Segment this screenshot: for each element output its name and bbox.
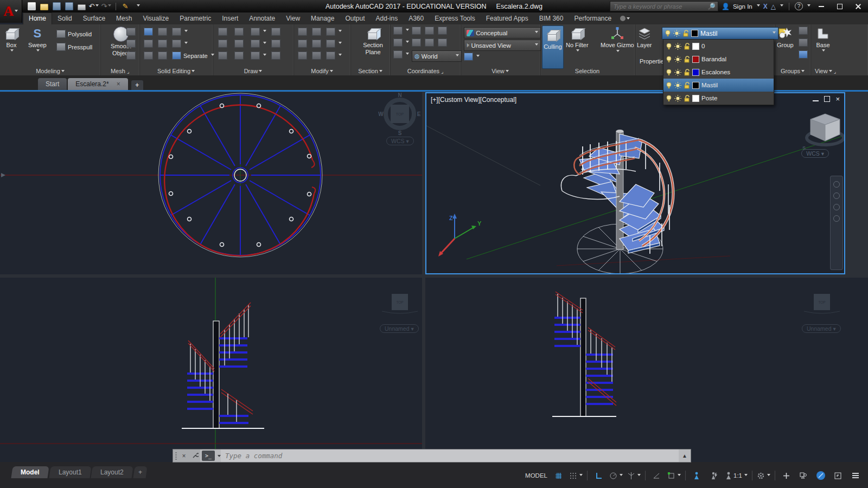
ribbon-tab-output[interactable]: Output [340, 13, 370, 24]
ribbon-tab-insert[interactable]: Insert [216, 13, 244, 24]
no-filter-button[interactable]: No Filter [566, 27, 589, 53]
viewport-controls-label[interactable]: [+][Custom View][Conceptual] [431, 96, 516, 104]
panel-label-modify[interactable]: Modify [293, 68, 350, 74]
customization-gear-button[interactable] [755, 468, 772, 483]
section-plane-button[interactable]: Section Plane [356, 27, 390, 55]
autoscale-annotation-toggle[interactable] [706, 468, 722, 483]
object-snap-tracking-toggle[interactable] [648, 468, 665, 483]
group-edit-button[interactable] [799, 27, 808, 35]
ribbon-tab-home[interactable]: Home [23, 12, 52, 24]
file-tab-start[interactable]: Start [38, 78, 67, 90]
ribbon-tab-performance[interactable]: Performance [569, 13, 617, 24]
ucs-icon-button[interactable] [393, 27, 409, 35]
copy-button[interactable] [326, 28, 342, 36]
new-drawing-tab-button[interactable]: + [131, 80, 143, 90]
point-button[interactable] [271, 40, 280, 48]
polar-tracking-toggle[interactable] [608, 468, 624, 483]
ribbon-tab-addins[interactable]: Add-ins [371, 13, 404, 24]
ucs-world-icon-button[interactable] [393, 50, 409, 59]
group-manager-button[interactable] [799, 38, 808, 47]
workspace-icon[interactable]: ✎ [120, 2, 131, 11]
3d-scale-button[interactable] [298, 52, 307, 60]
rectangle-button[interactable] [234, 52, 244, 60]
help-caret[interactable] [807, 4, 810, 8]
polyline-button[interactable] [218, 28, 227, 36]
layer-color-swatch[interactable] [692, 43, 699, 50]
restore-button[interactable] [832, 1, 847, 11]
layer-color-swatch[interactable] [692, 82, 699, 89]
solid-union-button[interactable] [144, 28, 153, 36]
panel-label-solid-editing[interactable]: Solid Editing [139, 68, 213, 74]
sun-icon[interactable] [674, 56, 681, 63]
viewport-restore-icon[interactable] [824, 96, 830, 102]
close-button[interactable] [851, 1, 866, 11]
new-layout-button[interactable]: + [133, 466, 148, 478]
bulb-on-icon[interactable] [666, 95, 672, 102]
panel-label-mesh[interactable]: Mesh ⌟ [100, 68, 139, 74]
object-snap-toggle[interactable] [666, 468, 682, 483]
named-view-combo[interactable]: ⊧ Unsaved View [464, 40, 541, 51]
snap-caret[interactable] [579, 474, 583, 478]
view-name-dropdown[interactable]: Unnamed ▾ [802, 324, 841, 333]
rotate-button[interactable] [312, 40, 321, 48]
panel-label-selection[interactable]: Selection [540, 68, 635, 74]
unlock-icon[interactable] [684, 69, 690, 76]
move-gizmo-button[interactable]: Move Gizmo [601, 27, 634, 54]
layer-row-poste[interactable]: Poste [663, 92, 774, 105]
isometric-drafting-toggle[interactable] [626, 468, 642, 483]
ribbon-tab-surface[interactable]: Surface [78, 13, 111, 24]
sign-in-caret[interactable] [757, 4, 760, 8]
command-history-expand-button[interactable]: ▲ [679, 450, 691, 462]
ucs-named-button[interactable] [412, 27, 421, 35]
panel-label-coordinates[interactable]: Coordinates ⌟ [390, 68, 461, 74]
panel-label-view-right[interactable]: View ⌟ [810, 68, 868, 74]
ucs-z-button[interactable] [425, 27, 434, 35]
wcs-dropdown[interactable]: WCS ▾ [386, 137, 414, 145]
ribbon-tab-bim360[interactable]: BIM 360 [534, 13, 569, 24]
redo-button[interactable]: ↷ [101, 2, 112, 11]
ucs-3point-button[interactable] [438, 38, 447, 47]
recent-commands-button[interactable]: >_ [202, 451, 215, 461]
layer-name[interactable]: Poste [701, 95, 717, 101]
circle-button[interactable] [251, 40, 266, 48]
ribbon-tab-view[interactable]: View [280, 13, 305, 24]
layer-combo[interactable]: Mastil [662, 27, 778, 40]
layer-row-escalones[interactable]: Escalones [663, 66, 774, 79]
ribbon-tab-manage[interactable]: Manage [305, 13, 340, 24]
polysolid-button[interactable]: Polysolid [56, 30, 92, 38]
mesh-crease-button[interactable] [126, 52, 136, 60]
trim-button[interactable] [326, 40, 342, 48]
plot-icon[interactable] [76, 2, 87, 11]
base-view-button[interactable]: Base [816, 27, 830, 53]
viewcube-3d[interactable]: S E [802, 114, 844, 151]
sun-icon[interactable] [674, 69, 681, 76]
bulb-on-icon[interactable] [666, 56, 672, 63]
arc-button[interactable] [251, 28, 266, 36]
viewport-config-button[interactable] [464, 53, 480, 61]
panel-label-groups[interactable]: Groups [775, 68, 810, 74]
undo-button[interactable]: ↶ [88, 2, 99, 11]
status-menu-button[interactable] [847, 468, 864, 483]
layer-properties-button[interactable]: Layer [637, 27, 652, 48]
taper-faces-button[interactable] [158, 52, 167, 60]
group-button[interactable]: Group [777, 27, 794, 48]
layer-row-0[interactable]: 0 [663, 40, 774, 53]
ucs-view-button[interactable] [438, 27, 447, 35]
divide-button[interactable] [271, 28, 280, 36]
layer-color-swatch[interactable] [692, 56, 699, 63]
ellipse-button[interactable] [251, 52, 266, 60]
minimize-button[interactable] [814, 1, 829, 11]
stretch-button[interactable] [312, 52, 321, 60]
add-status-button[interactable] [778, 468, 794, 483]
grid-display-toggle[interactable] [550, 468, 566, 483]
array-button[interactable] [326, 52, 342, 60]
layer-name[interactable]: Barandal [701, 56, 726, 62]
layer-color-swatch[interactable] [692, 69, 699, 76]
polygon-button[interactable] [218, 52, 227, 60]
file-tab-document[interactable]: Escalera.2*× [68, 78, 127, 90]
panel-label-modeling[interactable]: Modeling [0, 68, 100, 74]
ribbon-tab-visualize[interactable]: Visualize [137, 13, 174, 24]
open-file-icon[interactable] [39, 2, 49, 11]
gear-caret[interactable] [767, 474, 770, 478]
ribbon-tab-mesh[interactable]: Mesh [111, 13, 137, 24]
